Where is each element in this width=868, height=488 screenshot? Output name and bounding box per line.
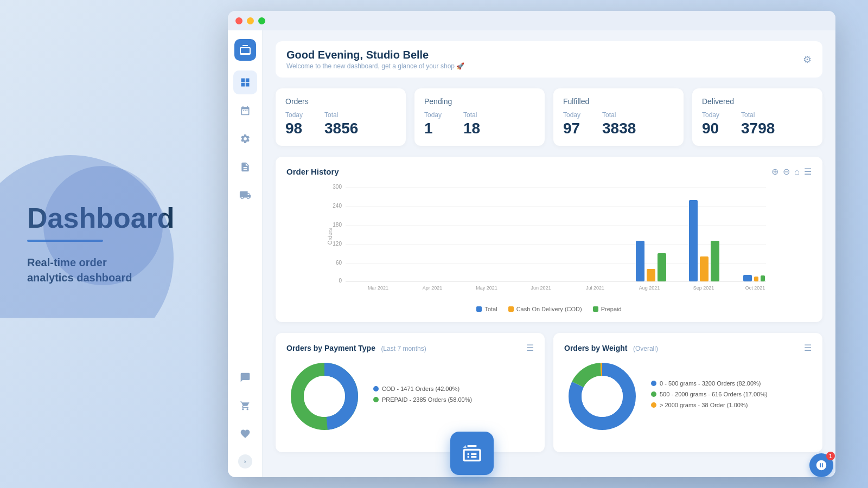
- orders-label: Orders: [285, 97, 396, 106]
- floating-widget-icon: [461, 442, 483, 464]
- deco-circle-large: [0, 155, 174, 318]
- weight-subtitle: (Overall): [633, 345, 658, 352]
- pending-total-group: Total 18: [463, 111, 480, 137]
- legend-prepaid-item: PREPAID - 2385 Orders (58.00%): [373, 396, 472, 403]
- title-underline: [27, 240, 103, 242]
- legend-label-cod: Cash On Delivery (COD): [516, 306, 582, 312]
- fulfilled-label: Fulfilled: [563, 97, 674, 106]
- legend-label-prepaid: Prepaid: [601, 306, 622, 312]
- pending-total-value: 18: [463, 120, 480, 137]
- sidebar-item-page[interactable]: [233, 155, 257, 179]
- svg-rect-21: [636, 241, 644, 281]
- weight-title: Orders by Weight: [564, 344, 627, 352]
- payment-type-header: Orders by Payment Type (Last 7 months) ☰: [286, 343, 534, 353]
- payment-menu-icon[interactable]: ☰: [526, 343, 534, 353]
- header-card: Good Evening, Studio Belle Welcome to th…: [276, 41, 822, 78]
- sidebar-item-delivery[interactable]: [233, 183, 257, 207]
- chat-support-icon: [815, 459, 827, 471]
- fulfilled-total-label: Total: [602, 111, 636, 119]
- svg-point-32: [304, 376, 345, 417]
- dot-0-500: [651, 381, 656, 386]
- sidebar-item-dashboard[interactable]: [233, 70, 257, 94]
- sidebar-logo[interactable]: [234, 39, 256, 61]
- pending-label: Pending: [424, 97, 535, 106]
- header-title: Good Evening, Studio Belle Welcome to th…: [286, 49, 464, 70]
- svg-text:300: 300: [333, 184, 342, 190]
- settings-button[interactable]: ⚙: [803, 54, 812, 66]
- zoom-in-icon[interactable]: ⊕: [771, 166, 778, 177]
- fulfilled-values: Today 97 Total 3838: [563, 111, 674, 137]
- sidebar-item-settings[interactable]: [233, 127, 257, 151]
- main-content: Good Evening, Studio Belle Welcome to th…: [263, 30, 835, 477]
- svg-text:Aug 2021: Aug 2021: [639, 285, 660, 291]
- cart-icon: [240, 400, 251, 411]
- weight-header: Orders by Weight (Overall) ☰: [564, 343, 812, 353]
- titlebar: [228, 11, 835, 30]
- minimize-button[interactable]: [247, 17, 254, 24]
- delivered-today-label: Today: [702, 111, 719, 119]
- svg-text:0: 0: [339, 278, 342, 284]
- zoom-out-icon[interactable]: ⊖: [783, 166, 790, 177]
- svg-text:120: 120: [333, 241, 342, 247]
- menu-icon[interactable]: ☰: [804, 166, 812, 177]
- label-2000-plus: > 2000 grams - 38 Order (1.00%): [660, 402, 748, 408]
- svg-text:May 2021: May 2021: [476, 285, 497, 291]
- pending-today-label: Today: [424, 111, 442, 119]
- svg-rect-28: [754, 277, 758, 281]
- pending-today-group: Today 1: [424, 111, 442, 137]
- delivered-label: Delivered: [702, 97, 813, 106]
- dot-cod: [373, 386, 379, 391]
- sidebar-expand-button[interactable]: ›: [238, 454, 252, 468]
- fulfilled-today-label: Today: [563, 111, 580, 119]
- sidebar-item-chat[interactable]: [233, 365, 257, 389]
- heart-icon: [240, 428, 251, 439]
- orders-today-value: 98: [285, 120, 303, 137]
- maximize-button[interactable]: [258, 17, 265, 24]
- delivered-today-group: Today 90: [702, 111, 719, 137]
- svg-text:180: 180: [333, 222, 342, 228]
- app-window: › Good Evening, Studio Belle Welcome to …: [228, 11, 835, 477]
- payment-type-section: Orders by Payment Type (Last 7 months) ☰: [276, 333, 545, 452]
- chart-controls[interactable]: ⊕ ⊖ ⌂ ☰: [771, 166, 812, 177]
- pending-values: Today 1 Total 18: [424, 111, 535, 137]
- svg-rect-29: [761, 275, 765, 281]
- payment-donut-legend: COD - 1471 Orders (42.00%) PREPAID - 238…: [373, 386, 472, 407]
- settings-icon: [240, 133, 251, 144]
- svg-point-36: [582, 376, 623, 417]
- legend-dot-prepaid: [593, 306, 598, 312]
- legend-cod: Cash On Delivery (COD): [508, 306, 582, 312]
- sidebar-item-orders[interactable]: [233, 99, 257, 123]
- svg-text:Mar 2021: Mar 2021: [368, 285, 388, 291]
- legend-prepaid: Prepaid: [593, 306, 622, 312]
- weight-menu-icon[interactable]: ☰: [804, 343, 812, 353]
- stat-card-pending: Pending Today 1 Total 18: [414, 88, 545, 146]
- svg-text:60: 60: [336, 260, 342, 266]
- close-button[interactable]: [235, 17, 242, 24]
- window-body: › Good Evening, Studio Belle Welcome to …: [228, 30, 835, 477]
- delivered-values: Today 90 Total 3798: [702, 111, 813, 137]
- fulfilled-total-group: Total 3838: [602, 111, 636, 137]
- left-panel: Dashboard Real-time orderanalytics dashb…: [0, 170, 228, 317]
- svg-text:Orders: Orders: [327, 228, 333, 245]
- sidebar-item-cart[interactable]: [233, 394, 257, 418]
- chart-title: Order History: [286, 167, 339, 176]
- legend-0-500: 0 - 500 grams - 3200 Orders (82.00%): [651, 380, 768, 387]
- grid-icon: [240, 77, 251, 88]
- sidebar-item-wishlist[interactable]: [233, 422, 257, 446]
- dot-prepaid: [373, 397, 379, 402]
- logo-icon: [239, 43, 252, 56]
- floating-widget[interactable]: [450, 432, 494, 475]
- order-history-section: Order History ⊕ ⊖ ⌂ ☰ 300 240: [276, 157, 822, 322]
- delivered-today-value: 90: [702, 120, 719, 137]
- svg-text:Jul 2021: Jul 2021: [586, 285, 604, 291]
- legend-2000-plus: > 2000 grams - 38 Order (1.00%): [651, 402, 768, 408]
- stats-row: Orders Today 98 Total 3856: [276, 88, 822, 146]
- legend-500-2000: 500 - 2000 grams - 616 Orders (17.00%): [651, 391, 768, 397]
- weight-section: Orders by Weight (Overall) ☰: [553, 333, 822, 452]
- home-icon[interactable]: ⌂: [794, 167, 800, 177]
- payment-type-title: Orders by Payment Type: [286, 344, 375, 352]
- legend-dot-cod: [508, 306, 514, 312]
- chat-support-button[interactable]: [809, 453, 833, 477]
- orders-total-label: Total: [324, 111, 358, 119]
- label-cod: COD - 1471 Orders (42.00%): [382, 386, 459, 392]
